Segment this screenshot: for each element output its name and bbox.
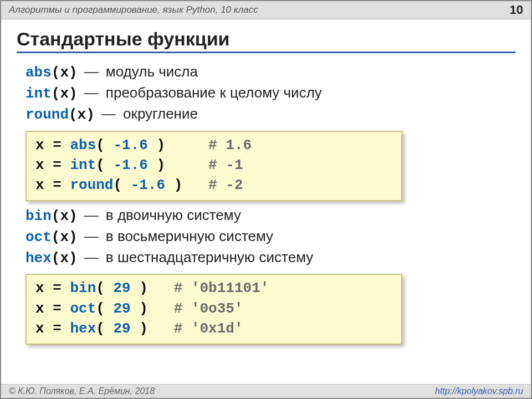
em-dash: — [84, 249, 99, 265]
code-line: x = int( -1.6 ) # -1 [35, 155, 392, 175]
function-args: (x) [52, 208, 78, 224]
definition-row: int(x)— преобразование к целому числу [25, 83, 507, 104]
function-args: (x) [52, 229, 78, 245]
definition-row: oct(x)— в восьмеричную систему [25, 227, 507, 248]
code-args: ( -1.6 ) [96, 157, 165, 173]
code-args: ( 29 ) [96, 280, 148, 296]
code-assign: x = [35, 177, 70, 193]
code-comment: # 1.6 [208, 137, 252, 154]
copyright-text: © К.Ю. Поляков, Е.А. Ерёмин, 2018 [9, 386, 155, 396]
code-function: hex [70, 320, 96, 337]
em-dash: — [84, 207, 99, 223]
code-box-2: x = bin( 29 ) # '0b11101'x = oct( 29 ) #… [25, 274, 402, 344]
code-assign: x = [35, 157, 70, 173]
code-assign: x = [35, 280, 70, 296]
function-args: (x) [52, 250, 78, 267]
code-line: x = abs( -1.6 ) # 1.6 [35, 135, 392, 155]
code-function: oct [70, 300, 96, 317]
slide-title: Стандартные функции [17, 28, 515, 53]
code-function: round [70, 177, 113, 193]
function-args: (x) [52, 64, 78, 81]
subject-text: Алгоритмы и программирование, язык Pytho… [9, 4, 258, 16]
code-pad [165, 157, 208, 173]
code-assign: x = [35, 137, 70, 154]
code-pad [148, 320, 174, 337]
definition-row: round(x)— округление [25, 104, 507, 125]
slide: Алгоритмы и программирование, язык Pytho… [0, 0, 532, 399]
code-assign: x = [35, 320, 70, 337]
em-dash: — [84, 228, 99, 244]
bottom-bar: © К.Ю. Поляков, Е.А. Ерёмин, 2018 http:/… [1, 384, 531, 398]
definition-text: модуль числа [102, 63, 198, 80]
function-args: (x) [52, 85, 78, 102]
code-comment: # '0x1d' [174, 320, 243, 337]
code-pad [148, 300, 174, 317]
definition-text: в шестнадцатеричную систему [102, 249, 314, 265]
code-function: int [70, 157, 96, 173]
function-name: bin [25, 208, 52, 224]
page-number: 10 [510, 3, 523, 17]
function-args: (x) [69, 106, 95, 123]
top-bar: Алгоритмы и программирование, язык Pytho… [1, 1, 531, 19]
code-comment: # '0o35' [174, 300, 243, 317]
code-function: abs [70, 137, 96, 154]
code-comment: # '0b11101' [174, 280, 269, 296]
function-name: round [25, 106, 69, 123]
em-dash: — [84, 63, 99, 80]
definition-text: в восьмеричную систему [102, 228, 274, 244]
definitions-block-1: abs(x)— модуль числаint(x)— преобразован… [25, 62, 507, 125]
code-line: x = oct( 29 ) # '0o35' [35, 299, 392, 319]
code-args: ( -1.6 ) [113, 177, 182, 193]
code-args: ( 29 ) [96, 320, 148, 337]
code-args: ( -1.6 ) [96, 137, 165, 154]
definition-text: преобразование к целому числу [102, 84, 322, 101]
definition-row: hex(x)— в шестнадцатеричную систему [25, 248, 507, 269]
code-box-1: x = abs( -1.6 ) # 1.6x = int( -1.6 ) # -… [25, 131, 402, 201]
code-line: x = bin( 29 ) # '0b11101' [35, 278, 392, 298]
content: abs(x)— модуль числаint(x)— преобразован… [1, 57, 531, 345]
function-name: abs [25, 64, 52, 81]
code-function: bin [70, 280, 96, 296]
function-name: int [25, 85, 52, 102]
em-dash: — [101, 105, 116, 122]
code-comment: # -1 [208, 157, 243, 173]
function-name: oct [25, 229, 52, 245]
function-name: hex [25, 250, 52, 267]
footer-url: http://kpolyakov.spb.ru [435, 386, 523, 396]
code-pad [148, 280, 174, 296]
definition-row: bin(x)— в двоичную систему [25, 206, 507, 227]
definition-text: округление [119, 105, 198, 122]
code-pad [182, 177, 208, 193]
definitions-block-2: bin(x)— в двоичную системуoct(x)— в вось… [25, 206, 507, 269]
code-comment: # -2 [208, 177, 243, 193]
code-args: ( 29 ) [96, 300, 148, 317]
code-assign: x = [35, 300, 70, 317]
code-line: x = round( -1.6 ) # -2 [35, 175, 392, 195]
definition-row: abs(x)— модуль числа [25, 62, 507, 83]
code-pad [165, 137, 208, 154]
code-line: x = hex( 29 ) # '0x1d' [35, 319, 392, 339]
em-dash: — [84, 84, 99, 101]
definition-text: в двоичную систему [102, 207, 241, 223]
